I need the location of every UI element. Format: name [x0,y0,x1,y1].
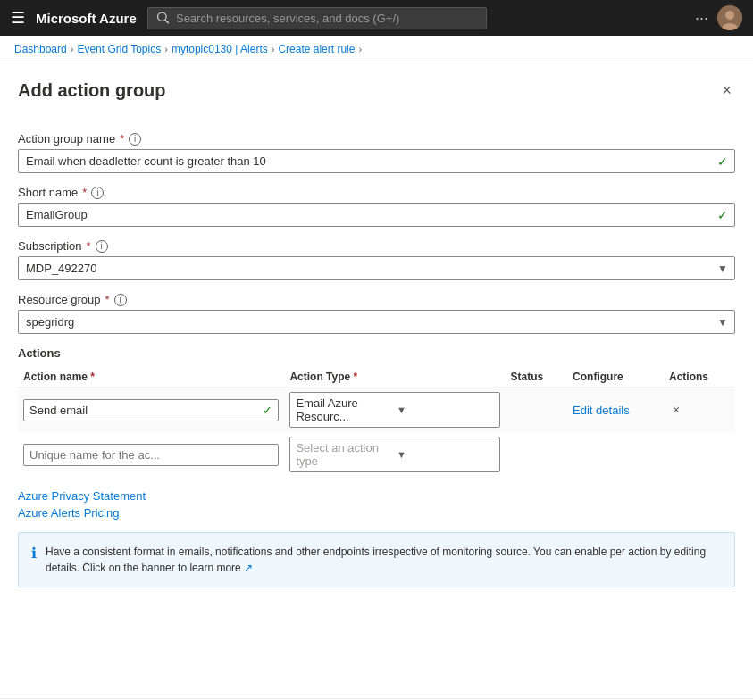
svg-point-1 [725,11,734,20]
topbar: ☰ Microsoft Azure ··· [0,0,753,36]
required-marker-3: * [87,239,91,253]
action-type-cell-1: Email Azure Resourc... ▼ [284,388,505,433]
action-group-name-label: Action group name * i [18,132,735,146]
new-status-cell [506,432,568,477]
breadcrumb: Dashboard › Event Grid Topics › mytopic0… [0,36,753,63]
resource-group-select-wrapper: spegridrg ▼ [18,310,735,334]
new-action-type-chevron-icon: ▼ [397,449,494,460]
action-group-name-checkmark: ✓ [717,154,728,169]
action-type-dropdown-1[interactable]: Email Azure Resourc... ▼ [289,392,499,428]
resource-group-select[interactable]: spegridrg [18,310,735,334]
menu-icon[interactable]: ☰ [11,8,25,28]
breadcrumb-sep-2: › [164,44,168,54]
action-group-name-section: Action group name * i ✓ [18,132,735,173]
resource-group-section: Resource group * i spegridrg ▼ [18,293,735,334]
actions-title: Actions [18,346,735,360]
app-logo: Microsoft Azure [36,11,137,26]
info-icon-subscription[interactable]: i [96,240,108,253]
action-name-cell-1: ✓ [18,388,284,433]
remove-action-button-1[interactable]: × [669,401,683,419]
col-header-actions: Actions [664,367,735,388]
more-options-icon[interactable]: ··· [695,9,708,28]
breadcrumb-item-event-grid[interactable]: Event Grid Topics [77,43,161,55]
actions-section: Actions Action name * Action Type * Stat… [18,346,735,477]
actions-cell-1: × [664,388,735,433]
user-avatar-image [717,5,742,30]
action-name-input-1[interactable]: ✓ [23,399,279,421]
search-icon [157,12,169,24]
info-banner-icon: ℹ [31,545,37,562]
short-name-input-wrapper: ✓ [18,203,735,227]
new-action-type-cell: Select an action type ▼ [284,432,505,477]
configure-cell-1: Edit details [567,388,664,433]
table-row: ✓ Email Azure Resourc... ▼ Edit details [18,388,735,433]
page-title: Add action group [18,80,166,101]
info-icon-action-group[interactable]: i [129,133,141,146]
alerts-pricing-link[interactable]: Azure Alerts Pricing [18,506,735,520]
col-header-action-name: Action name * [18,367,284,388]
learn-more-link[interactable]: ↗ [244,562,253,574]
col-header-status: Status [506,367,568,388]
subscription-label: Subscription * i [18,239,735,253]
links-section: Azure Privacy Statement Azure Alerts Pri… [18,489,735,520]
breadcrumb-sep-1: › [71,44,74,54]
short-name-section: Short name * i ✓ [18,186,735,227]
subscription-select-wrapper: MDP_492270 ▼ [18,256,735,280]
main-container: Add action group × Action group name * i… [0,63,753,698]
status-cell-1 [506,388,568,433]
new-action-name-cell [18,432,284,477]
action-type-value-1: Email Azure Resourc... [296,396,393,423]
breadcrumb-item-topic-alerts[interactable]: mytopic0130 | Alerts [172,43,268,55]
table-header-row: Action name * Action Type * Status Confi… [18,367,735,388]
breadcrumb-item-dashboard[interactable]: Dashboard [14,43,67,55]
topbar-right: ··· [695,5,742,30]
new-action-type-placeholder: Select an action type [296,441,393,468]
subscription-select[interactable]: MDP_492270 [18,256,735,280]
action-group-name-input-wrapper: ✓ [18,149,735,173]
action-type-chevron-icon-1: ▼ [397,404,494,415]
action-name-check-icon-1: ✓ [263,404,272,417]
short-name-checkmark: ✓ [717,208,728,222]
required-marker-1: * [120,132,124,146]
required-marker-2: * [82,186,87,199]
avatar[interactable] [717,5,742,30]
new-action-type-dropdown[interactable]: Select an action type ▼ [289,437,499,472]
col-header-action-type: Action Type * [284,367,505,388]
breadcrumb-sep-3: › [272,44,275,54]
info-banner-text: Have a consistent format in emails, noti… [46,544,722,576]
privacy-statement-link[interactable]: Azure Privacy Statement [18,489,735,503]
table-row-new: Select an action type ▼ [18,432,735,477]
required-marker-4: * [105,293,110,306]
new-configure-cell [567,432,664,477]
action-group-name-input[interactable] [18,149,735,173]
action-name-field-1[interactable] [29,404,259,417]
new-action-name-input[interactable] [23,444,279,466]
short-name-label: Short name * i [18,186,735,199]
info-icon-short-name[interactable]: i [91,187,104,199]
col-header-configure: Configure [567,367,664,388]
info-banner: ℹ Have a consistent format in emails, no… [18,532,735,588]
new-actions-cell [664,432,735,477]
close-button[interactable]: × [718,78,735,104]
short-name-input[interactable] [18,203,735,227]
info-icon-resource-group[interactable]: i [114,294,127,306]
page-header: Add action group × [18,78,735,114]
breadcrumb-item-create-alert[interactable]: Create alert rule [278,43,355,55]
new-action-name-field[interactable] [29,448,272,462]
resource-group-label: Resource group * i [18,293,735,306]
edit-details-link[interactable]: Edit details [573,404,630,417]
search-input[interactable] [176,12,477,25]
breadcrumb-sep-4: › [358,44,362,54]
actions-table: Action name * Action Type * Status Confi… [18,367,735,477]
subscription-section: Subscription * i MDP_492270 ▼ [18,239,735,280]
search-bar[interactable] [147,7,487,29]
